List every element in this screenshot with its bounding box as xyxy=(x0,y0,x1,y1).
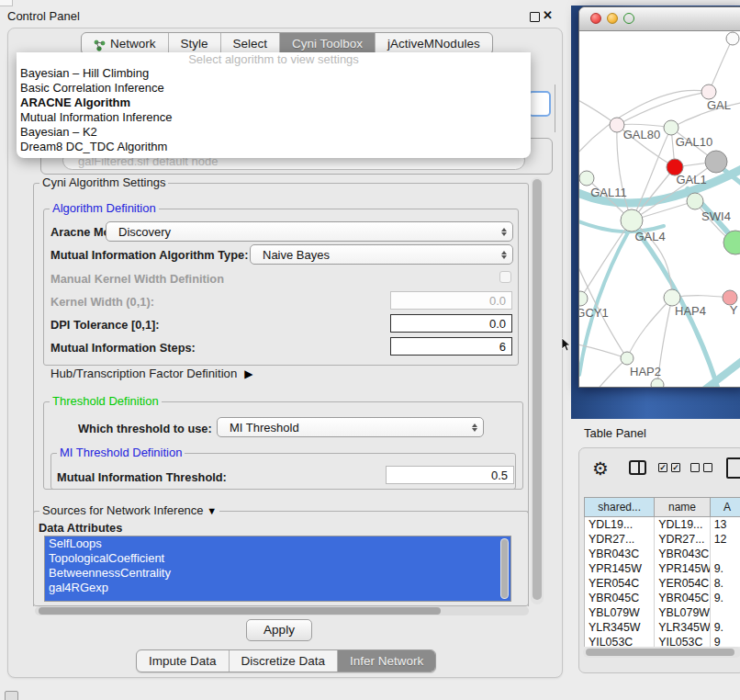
tab-cyni-toolbox[interactable]: Cyni Toolbox xyxy=(280,33,376,54)
dropdown-item[interactable]: Mutual Information Inference xyxy=(17,110,531,125)
network-node-gal80[interactable] xyxy=(610,118,624,132)
expand-arrow-icon: ▶ xyxy=(244,367,252,380)
mi-steps-label: Mutual Information Steps: xyxy=(50,341,196,355)
data-attributes-label: Data Attributes xyxy=(39,521,122,535)
table-row[interactable]: YDR27...YDR27...12 xyxy=(585,532,740,547)
hidden-focused-combobox[interactable] xyxy=(528,91,551,117)
network-edge[interactable] xyxy=(709,40,732,92)
dropdown-item[interactable]: Bayesian – K2 xyxy=(17,125,531,140)
network-node[interactable] xyxy=(651,378,664,387)
network-node-gal11[interactable] xyxy=(579,171,594,186)
table-cell: YBR043C xyxy=(585,547,655,561)
table-row[interactable]: YER054CYER054C8. xyxy=(585,576,740,591)
network-canvas[interactable]: GALGAL80GAL10GAL1GAL11SWI4GAL4GCY1HAP4YH… xyxy=(579,31,740,387)
column-header-a[interactable]: A xyxy=(711,498,740,516)
hub-definition-expander[interactable]: Hub/Transcription Factor Definition ▶ xyxy=(50,367,253,380)
network-node-gal10[interactable] xyxy=(664,120,678,135)
dropdown-item[interactable]: Basic Correlation Inference xyxy=(17,81,531,96)
table-row[interactable]: YLR345WYLR345W9. xyxy=(585,620,740,635)
network-node-hap2[interactable] xyxy=(621,352,633,365)
column-header-name[interactable]: name xyxy=(655,498,710,516)
table-row[interactable]: YBL079WYBL079W xyxy=(585,605,740,620)
table-header-row[interactable]: shared...nameA xyxy=(584,497,740,517)
network-view-window[interactable]: GALGAL80GAL10GAL1GAL11SWI4GAL4GCY1HAP4YH… xyxy=(578,6,740,388)
table-cell: YBR043C xyxy=(655,547,710,561)
mouse-cursor xyxy=(562,338,571,352)
network-node-gal[interactable] xyxy=(701,85,716,99)
mi-steps-field[interactable]: 6 xyxy=(390,337,512,356)
list-item[interactable]: BetweennessCentrality xyxy=(45,566,510,581)
aracne-mode-combobox[interactable]: Discovery xyxy=(106,221,513,242)
table-horizontal-scrollbar-thumb[interactable] xyxy=(586,649,734,656)
dropdown-item[interactable]: ARACNE Algorithm xyxy=(17,96,531,110)
list-item[interactable]: TopologicalCoefficient xyxy=(45,551,510,566)
settings-vertical-scrollbar-thumb[interactable] xyxy=(533,179,542,600)
table-rows[interactable]: YDL19...YDL19...13YDR27...YDR27...12YBR0… xyxy=(584,517,740,647)
which-threshold-label: Which threshold to use: xyxy=(78,422,212,435)
list-item[interactable]: gal4RGexp xyxy=(45,581,510,595)
kernel-width-field[interactable]: 0.0 xyxy=(390,291,512,310)
list-item[interactable]: SelfLoops xyxy=(45,536,510,551)
gear-icon[interactable]: ⚙ xyxy=(592,457,609,480)
table-row[interactable]: YDL19...YDL19...13 xyxy=(585,517,740,532)
collapse-arrow-icon[interactable]: ▼ xyxy=(207,505,217,516)
table-panel-title: Table Panel xyxy=(584,426,646,440)
control-panel-title: Control Panel xyxy=(7,9,80,23)
node-label: HAP2 xyxy=(630,365,661,378)
network-edge[interactable] xyxy=(579,358,627,387)
dropdown-item[interactable]: Bayesian – Hill Climbing xyxy=(17,66,531,81)
table-cell: YBR045C xyxy=(655,591,710,605)
table-row[interactable]: YIL053CYIL053C9 xyxy=(585,635,740,647)
tab-infer-network[interactable]: Infer Network xyxy=(338,650,435,672)
apply-button[interactable]: Apply xyxy=(246,619,312,641)
tab-jactivemnodules-label: jActiveMNodules xyxy=(387,34,480,54)
network-edge[interactable] xyxy=(617,92,709,125)
which-threshold-combobox[interactable]: MI Threshold xyxy=(217,417,484,437)
settings-horizontal-scrollbar-thumb[interactable] xyxy=(39,607,441,615)
tab-impute-data[interactable]: Impute Data xyxy=(137,650,230,672)
tab-discretize-data[interactable]: Discretize Data xyxy=(230,650,339,672)
tab-select[interactable]: Select xyxy=(221,33,281,54)
table-cell: 9. xyxy=(711,561,740,576)
network-node-swi4[interactable] xyxy=(687,193,703,209)
network-window-titlebar[interactable] xyxy=(579,7,740,31)
mi-threshold-field[interactable]: 0.5 xyxy=(386,466,514,484)
page-icon[interactable] xyxy=(726,457,740,479)
network-node[interactable] xyxy=(726,32,739,45)
float-window-icon[interactable] xyxy=(530,12,540,22)
kernel-width-label: Kernel Width (0,1): xyxy=(50,295,154,309)
close-traffic-icon[interactable] xyxy=(590,13,601,24)
minimize-traffic-icon[interactable] xyxy=(607,13,618,24)
table-row[interactable]: YPR145WYPR145W9. xyxy=(585,561,740,576)
manual-kernel-checkbox[interactable] xyxy=(499,271,511,283)
show-columns-icon[interactable]: ✓ ✓ xyxy=(658,463,680,472)
network-node[interactable] xyxy=(705,151,727,173)
dpi-tolerance-field[interactable]: 0.0 xyxy=(390,314,512,333)
dropdown-item[interactable]: Dream8 DC_TDC Algorithm xyxy=(17,140,531,154)
tab-network[interactable]: Network xyxy=(82,33,169,54)
list-vertical-scrollbar[interactable] xyxy=(500,538,509,599)
tab-style[interactable]: Style xyxy=(169,33,221,54)
network-edge[interactable] xyxy=(695,355,740,387)
dropdown-hint: Select algorithm to view settings xyxy=(17,52,531,66)
network-node-gal4[interactable] xyxy=(621,209,643,231)
close-icon[interactable]: ✕ xyxy=(543,8,553,22)
dock-icon[interactable] xyxy=(5,691,18,700)
checked-box-icon: ✓ xyxy=(671,463,680,472)
split-panel-icon[interactable] xyxy=(629,460,646,475)
table-row[interactable]: YBR045CYBR045C9. xyxy=(585,591,740,605)
tab-jactivemnodules[interactable]: jActiveMNodules xyxy=(376,33,492,54)
column-header-shared[interactable]: shared... xyxy=(585,498,655,516)
network-node-gcy1[interactable] xyxy=(579,291,588,306)
table-cell: YPR145W xyxy=(585,561,655,576)
mi-threshold-value: 0.5 xyxy=(491,469,508,482)
table-cell: YIL053C xyxy=(585,635,655,647)
data-attributes-list[interactable]: SelfLoopsTopologicalCoefficientBetweenne… xyxy=(44,536,511,602)
hide-columns-icon[interactable] xyxy=(690,463,712,472)
zoom-traffic-icon[interactable] xyxy=(623,13,634,24)
hidden-group-border xyxy=(552,85,555,132)
table-cell: 9 xyxy=(711,635,740,647)
mi-type-combobox[interactable]: Naive Bayes xyxy=(250,244,513,265)
unchecked-box-icon xyxy=(703,463,712,472)
table-row[interactable]: YBR043CYBR043C xyxy=(585,547,740,561)
